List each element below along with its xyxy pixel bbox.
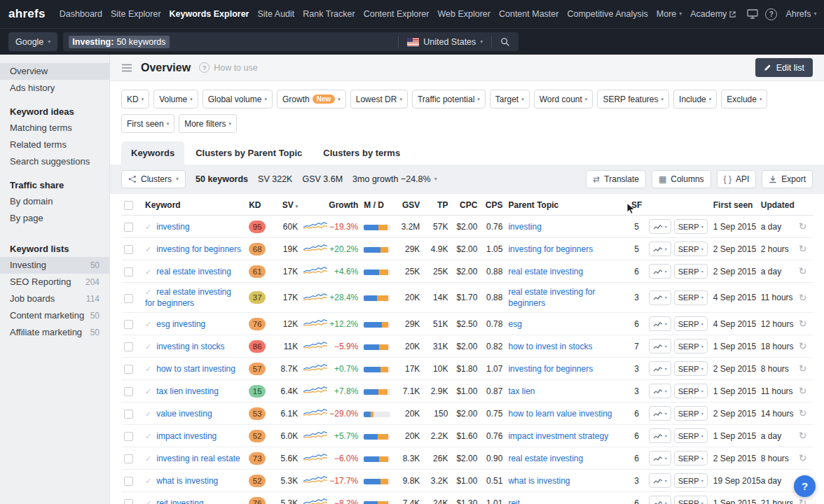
nav-item[interactable]: Site Audit ▾ bbox=[253, 0, 298, 28]
filter-button[interactable]: KD ▾ bbox=[121, 90, 149, 108]
parent-topic-link[interactable]: what is investing bbox=[508, 476, 570, 486]
keyword-link[interactable]: real estate investing for beginners bbox=[145, 287, 231, 308]
nav-item[interactable]: Site Explorer ▾ bbox=[107, 0, 165, 28]
row-checkbox[interactable] bbox=[124, 499, 133, 504]
serp-button[interactable]: SERP ▾ bbox=[674, 241, 708, 256]
parent-topic-link[interactable]: esg bbox=[508, 319, 521, 329]
position-history-button[interactable]: ▾ bbox=[649, 451, 671, 465]
parent-topic-link[interactable]: real estate investing bbox=[508, 454, 583, 463]
parent-topic-link[interactable]: how to learn value investing bbox=[508, 409, 612, 419]
refresh-icon[interactable]: ↻ bbox=[799, 340, 807, 351]
serp-button[interactable]: SERP ▾ bbox=[674, 496, 708, 504]
refresh-icon[interactable]: ↻ bbox=[799, 497, 807, 504]
position-history-button[interactable]: ▾ bbox=[649, 496, 671, 504]
sidebar-item-keyword-list[interactable]: Affiliate marketing 50 bbox=[0, 324, 109, 341]
parent-topic-link[interactable]: investing bbox=[508, 222, 541, 232]
filter-button[interactable]: Traffic potential ▾ bbox=[412, 90, 486, 108]
row-checkbox[interactable] bbox=[124, 410, 133, 419]
filter-button[interactable]: More filters ▾ bbox=[179, 114, 237, 133]
keyword-link[interactable]: investing for beginners bbox=[156, 244, 241, 254]
refresh-icon[interactable]: ↻ bbox=[799, 243, 807, 254]
serp-button[interactable]: SERP ▾ bbox=[674, 339, 708, 354]
refresh-icon[interactable]: ↻ bbox=[799, 407, 807, 419]
col-sf[interactable]: SF bbox=[628, 194, 646, 216]
refresh-icon[interactable]: ↻ bbox=[799, 385, 807, 396]
keyword-link[interactable]: how to start investing bbox=[156, 364, 235, 374]
how-to-use-link[interactable]: ? How to use bbox=[199, 62, 258, 73]
nav-item[interactable]: More ▾ bbox=[652, 0, 687, 28]
serp-button[interactable]: SERP ▾ bbox=[674, 451, 708, 465]
position-history-button[interactable]: ▾ bbox=[649, 406, 671, 421]
nav-item[interactable]: Keywords Explorer ▾ bbox=[165, 0, 254, 28]
filter-button[interactable]: Global volume ▾ bbox=[202, 90, 273, 108]
filter-button[interactable]: SERP features ▾ bbox=[597, 90, 669, 108]
serp-button[interactable]: SERP ▾ bbox=[674, 361, 708, 376]
col-kd[interactable]: KD bbox=[246, 194, 270, 216]
keyword-link[interactable]: value investing bbox=[156, 409, 212, 419]
refresh-icon[interactable]: ↻ bbox=[799, 430, 807, 441]
sidebar-item[interactable]: Related terms bbox=[0, 136, 109, 153]
parent-topic-link[interactable]: reit bbox=[508, 498, 520, 504]
sidebar-item[interactable]: Overview bbox=[0, 63, 109, 80]
tab[interactable]: Clusters by terms bbox=[313, 141, 410, 164]
row-checkbox[interactable] bbox=[124, 432, 133, 441]
nav-item[interactable]: Content Master ▾ bbox=[495, 0, 563, 28]
col-sv[interactable]: SV▾ bbox=[270, 194, 301, 216]
col-cpc[interactable]: CPC bbox=[451, 194, 480, 216]
row-checkbox[interactable] bbox=[124, 267, 133, 276]
position-history-button[interactable]: ▾ bbox=[649, 384, 671, 398]
col-tp[interactable]: TP bbox=[423, 194, 451, 216]
col-growth[interactable]: Growth bbox=[326, 194, 361, 216]
keyword-link[interactable]: impact investing bbox=[156, 431, 217, 441]
parent-topic-link[interactable]: investing for beginners bbox=[508, 244, 593, 254]
sidebar-item-keyword-list[interactable]: Investing 50 bbox=[0, 257, 109, 274]
serp-button[interactable]: SERP ▾ bbox=[674, 428, 708, 443]
keywords-input[interactable]: Investing:50 keywords bbox=[69, 36, 392, 48]
api-button[interactable]: { } API bbox=[717, 170, 757, 188]
col-gsv[interactable]: GSV bbox=[392, 194, 423, 216]
serp-button[interactable]: SERP ▾ bbox=[674, 473, 708, 488]
sidebar-item[interactable]: Ads history bbox=[0, 80, 109, 97]
filter-button[interactable]: Lowest DR ▾ bbox=[350, 90, 408, 108]
refresh-icon[interactable]: ↻ bbox=[799, 220, 807, 232]
filter-button[interactable]: Growth New ▾ bbox=[277, 90, 346, 108]
position-history-button[interactable]: ▾ bbox=[649, 264, 671, 279]
keyword-link[interactable]: investing in stocks bbox=[156, 342, 224, 351]
position-history-button[interactable]: ▾ bbox=[649, 316, 671, 331]
serp-button[interactable]: SERP ▾ bbox=[674, 219, 708, 234]
position-history-button[interactable]: ▾ bbox=[649, 339, 671, 354]
row-checkbox[interactable] bbox=[124, 365, 133, 374]
sidebar-item-keyword-list[interactable]: Content marketing 50 bbox=[0, 307, 109, 324]
keyword-link[interactable]: esg investing bbox=[156, 319, 205, 329]
nav-item[interactable]: Competitive Analysis ▾ bbox=[563, 0, 652, 28]
serp-button[interactable]: SERP ▾ bbox=[674, 406, 708, 421]
nav-item[interactable]: Content Explorer ▾ bbox=[359, 0, 434, 28]
keyword-link[interactable]: investing bbox=[156, 222, 189, 232]
sidebar-item-keyword-list[interactable]: Job boards 114 bbox=[0, 290, 109, 307]
row-checkbox[interactable] bbox=[124, 245, 133, 254]
row-checkbox[interactable] bbox=[124, 342, 133, 351]
col-keyword[interactable]: Keyword bbox=[142, 194, 246, 216]
col-updated[interactable]: Updated bbox=[758, 194, 796, 216]
help-icon[interactable]: ? bbox=[765, 8, 777, 20]
sidebar-item-keyword-list[interactable]: SEO Reporting 204 bbox=[0, 274, 109, 290]
nav-item[interactable]: Rank Tracker ▾ bbox=[298, 0, 359, 28]
sidebar-toggle-icon[interactable] bbox=[121, 64, 132, 72]
sidebar-item[interactable]: By domain bbox=[0, 193, 109, 210]
search-button[interactable] bbox=[497, 37, 513, 47]
edit-list-button[interactable]: Edit list bbox=[755, 58, 813, 77]
position-history-button[interactable]: ▾ bbox=[649, 290, 671, 305]
tab[interactable]: Keywords bbox=[121, 141, 184, 164]
tab[interactable]: Clusters by Parent Topic bbox=[186, 141, 312, 164]
export-button[interactable]: Export bbox=[762, 170, 813, 188]
academy-link[interactable]: Academy bbox=[686, 0, 740, 28]
refresh-icon[interactable]: ↻ bbox=[799, 318, 807, 329]
parent-topic-link[interactable]: tax lien bbox=[508, 386, 535, 396]
row-checkbox[interactable] bbox=[124, 454, 133, 463]
filter-button[interactable]: Exclude ▾ bbox=[721, 90, 767, 108]
keyword-link[interactable]: investing in real estate bbox=[156, 454, 240, 463]
parent-topic-link[interactable]: real estate investing for beginners bbox=[508, 287, 595, 308]
keyword-link[interactable]: reit investing bbox=[156, 498, 203, 504]
col-md[interactable]: M / D bbox=[361, 194, 392, 216]
refresh-icon[interactable]: ↻ bbox=[799, 452, 807, 463]
